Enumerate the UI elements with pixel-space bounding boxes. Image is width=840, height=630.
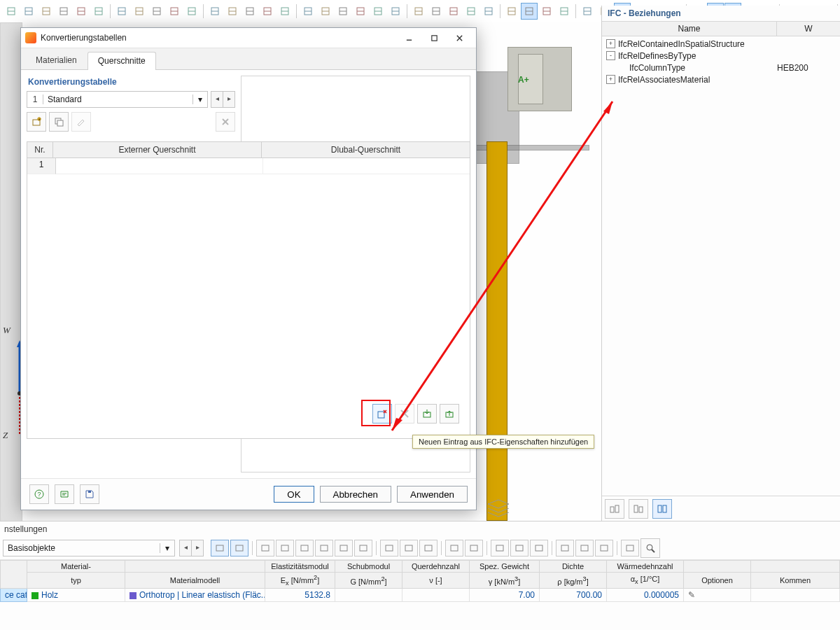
dock-col-name[interactable]: Name xyxy=(602,22,777,36)
settings-toolbar-button[interactable] xyxy=(595,540,613,556)
dock-btn-2[interactable] xyxy=(629,499,648,519)
ok-button[interactable]: OK xyxy=(274,486,314,503)
mapping-grid[interactable]: Nr. Externer Querschnitt Dlubal-Querschn… xyxy=(27,141,470,439)
tree-toggle[interactable]: - xyxy=(606,51,615,60)
tree-row[interactable]: +IfcRelAssociatesMaterial xyxy=(602,74,840,85)
settings-toolbar-button[interactable] xyxy=(256,540,274,556)
settings-toolbar-button[interactable] xyxy=(211,540,229,556)
toolbar-button[interactable] xyxy=(410,3,427,20)
new-table-button[interactable]: ★ xyxy=(27,112,46,132)
toolbar-button[interactable] xyxy=(538,3,555,20)
tree-toggle[interactable]: + xyxy=(606,75,615,84)
settings-toolbar-button[interactable] xyxy=(445,540,463,556)
toolbar-button[interactable] xyxy=(20,3,37,20)
grid-header-ext[interactable]: Externer Querschnitt xyxy=(53,142,262,158)
toolbar-button[interactable] xyxy=(148,3,165,20)
settings-prev[interactable]: ◂ xyxy=(179,540,192,556)
settings-toolbar-button[interactable] xyxy=(400,540,418,556)
toolbar-button[interactable] xyxy=(521,3,538,20)
settings-toolbar-button[interactable] xyxy=(380,540,398,556)
toolbar-button[interactable] xyxy=(463,3,479,20)
tab-materials[interactable]: Materialien xyxy=(25,51,88,69)
dock-col-value[interactable]: W xyxy=(777,22,840,36)
settings-toolbar-button[interactable] xyxy=(230,540,248,556)
spin-next[interactable]: ▸ xyxy=(223,91,235,108)
rename-table-button[interactable] xyxy=(71,112,91,132)
import-button[interactable] xyxy=(417,404,437,424)
tree-row[interactable]: IfcColumnTypeHEB200 xyxy=(602,62,840,74)
settings-toolbar-button[interactable] xyxy=(465,540,483,556)
chevron-down-icon[interactable]: ▾ xyxy=(160,543,174,553)
grid-header-dlubal[interactable]: Dlubal-Querschnitt xyxy=(262,142,470,158)
settings-toolbar-button[interactable] xyxy=(530,540,548,556)
toolbar-button[interactable] xyxy=(445,3,462,20)
dialog-titlebar[interactable]: Konvertierungstabellen xyxy=(21,28,476,48)
settings-toolbar-button[interactable] xyxy=(491,540,509,556)
settings-combo[interactable]: Basisobjekte ▾ xyxy=(3,540,175,556)
settings-next[interactable]: ▸ xyxy=(191,540,204,556)
settings-toolbar-button[interactable] xyxy=(621,540,639,556)
tree-toggle[interactable]: + xyxy=(606,39,615,48)
toolbar-button[interactable] xyxy=(579,3,596,20)
apply-button[interactable]: Anwenden xyxy=(397,486,468,503)
toolbar-button[interactable] xyxy=(556,3,573,20)
tab-crosssections[interactable]: Querschnitte xyxy=(88,52,156,70)
settings-toolbar-button[interactable] xyxy=(354,540,372,556)
materials-table[interactable]: Material-ElastizitätsmodulSchubmodulQuer… xyxy=(0,560,840,602)
toolbar-button[interactable] xyxy=(276,3,293,20)
toolbar-button[interactable] xyxy=(90,3,107,20)
settings-toolbar-button[interactable] xyxy=(315,540,333,556)
toolbar-button[interactable] xyxy=(300,3,316,20)
table-select[interactable]: 1 Standard ▾ xyxy=(27,91,208,108)
toolbar-button[interactable] xyxy=(73,3,90,20)
maximize-button[interactable] xyxy=(421,29,447,46)
toolbar-button[interactable] xyxy=(113,3,130,20)
toolbar-button[interactable] xyxy=(38,3,55,20)
dock-btn-3[interactable] xyxy=(652,499,672,519)
remove-row-button[interactable] xyxy=(395,404,414,424)
svg-rect-116 xyxy=(615,505,619,512)
toolbar-button[interactable] xyxy=(259,3,276,20)
toolbar-button[interactable] xyxy=(3,3,20,20)
toolbar-button[interactable] xyxy=(224,3,241,20)
cancel-button[interactable]: Abbrechen xyxy=(320,486,391,503)
settings-toolbar-button[interactable] xyxy=(276,540,294,556)
settings-toolbar-button[interactable] xyxy=(335,540,353,556)
toolbar-button[interactable] xyxy=(55,3,72,20)
search-icon[interactable] xyxy=(640,538,660,558)
toolbar-button[interactable] xyxy=(480,3,497,20)
toolbar-button[interactable] xyxy=(183,3,200,20)
toolbar-button[interactable] xyxy=(352,3,369,20)
settings-toolbar-button[interactable] xyxy=(575,540,594,556)
tree-row[interactable]: +IfcRelContainedInSpatialStructure xyxy=(602,38,840,50)
toolbar-button[interactable] xyxy=(131,3,148,20)
toolbar-button[interactable] xyxy=(241,3,258,20)
save-button[interactable] xyxy=(80,484,99,504)
toolbar-button[interactable] xyxy=(503,3,520,20)
dock-btn-1[interactable] xyxy=(605,499,624,519)
spin-prev[interactable]: ◂ xyxy=(211,91,223,108)
settings-toolbar-button[interactable] xyxy=(510,540,528,556)
toolbar-button[interactable] xyxy=(335,3,351,20)
toolbar-button[interactable] xyxy=(317,3,334,20)
tree-row[interactable]: -IfcRelDefinesByType xyxy=(602,50,840,62)
toolbar-button[interactable] xyxy=(166,3,183,20)
grid-row[interactable]: 1 xyxy=(27,158,470,174)
toolbar-button[interactable] xyxy=(206,3,223,20)
toolbar-button[interactable] xyxy=(387,3,404,20)
ifc-tree[interactable]: +IfcRelContainedInSpatialStructure-IfcRe… xyxy=(602,36,840,87)
close-button[interactable] xyxy=(447,29,472,46)
script-button[interactable] xyxy=(55,484,74,504)
chevron-down-icon[interactable]: ▾ xyxy=(192,94,207,104)
copy-table-button[interactable] xyxy=(49,112,69,132)
grid-header-nr[interactable]: Nr. xyxy=(27,142,53,158)
settings-toolbar-button[interactable] xyxy=(556,540,574,556)
toolbar-button[interactable] xyxy=(370,3,386,20)
settings-toolbar-button[interactable] xyxy=(419,540,438,556)
toolbar-button[interactable] xyxy=(428,3,444,20)
settings-toolbar-button[interactable] xyxy=(295,540,314,556)
export-button[interactable] xyxy=(440,404,459,424)
minimize-button[interactable] xyxy=(396,29,421,46)
help-button[interactable]: ? xyxy=(29,484,49,504)
delete-table-button[interactable] xyxy=(216,112,235,132)
